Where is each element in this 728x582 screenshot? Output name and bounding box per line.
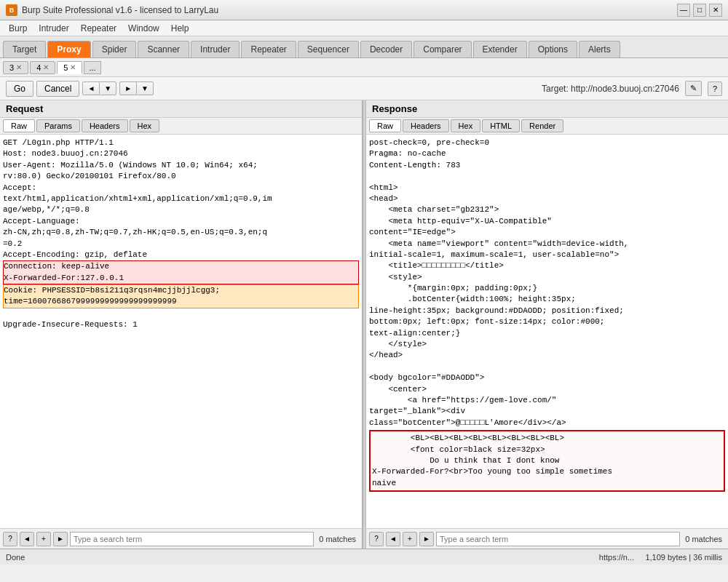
response-tabs: Raw Headers Hex HTML Render	[366, 118, 728, 135]
request-next-btn[interactable]: ►	[53, 532, 68, 546]
menu-window[interactable]: Window	[122, 22, 165, 35]
tab-repeater[interactable]: Repeater	[241, 41, 296, 57]
tab-comparer[interactable]: Comparer	[414, 41, 471, 57]
request-tab-headers[interactable]: Headers	[82, 119, 128, 132]
status-url: https://n...	[599, 553, 634, 562]
session-tab-4[interactable]: 4 ✕	[30, 61, 55, 74]
session-tab-more[interactable]: ...	[84, 61, 100, 74]
request-search-bar: ? ◄ + ► 0 matches	[0, 528, 362, 549]
request-tabs: Raw Params Headers Hex	[0, 118, 362, 135]
request-header: Request	[0, 100, 362, 118]
tab-spider[interactable]: Spider	[92, 41, 137, 57]
tab-alerts[interactable]: Alerts	[579, 41, 620, 57]
menu-intruder[interactable]: Intruder	[33, 22, 74, 35]
target-label: Target: http://node3.buuoj.cn:27046	[542, 84, 679, 94]
response-next-btn[interactable]: ►	[419, 532, 434, 546]
app-title: Burp Suite Professional v1.6 - licensed …	[22, 5, 218, 15]
title-bar: B Burp Suite Professional v1.6 - license…	[0, 0, 728, 20]
session-tabs: 3 ✕ 4 ✕ 5 ✕ ...	[0, 58, 728, 77]
request-tab-hex[interactable]: Hex	[130, 119, 160, 132]
request-search-input[interactable]	[70, 532, 314, 546]
session-tab-5[interactable]: 5 ✕	[57, 61, 82, 74]
response-tab-raw[interactable]: Raw	[369, 119, 401, 132]
response-help-btn[interactable]: ?	[369, 532, 384, 546]
response-tab-html[interactable]: HTML	[482, 119, 520, 132]
menu-repeater[interactable]: Repeater	[75, 22, 122, 35]
response-search-input[interactable]	[436, 532, 680, 546]
response-content[interactable]: post-check=0, pre-check=0 Pragma: no-cac…	[366, 135, 728, 528]
request-tab-raw[interactable]: Raw	[3, 119, 35, 132]
tab-extender[interactable]: Extender	[473, 41, 527, 57]
request-matches: 0 matches	[316, 535, 359, 543]
tab-target[interactable]: Target	[3, 41, 46, 57]
response-search-bar: ? ◄ + ► 0 matches	[366, 528, 728, 549]
app-icon: B	[6, 4, 17, 16]
cancel-button[interactable]: Cancel	[36, 81, 79, 97]
main-content: Request Raw Params Headers Hex GET /L0g1…	[0, 100, 728, 549]
status-info: https://n... 1,109 bytes | 36 millis	[599, 553, 722, 562]
response-panel: Response Raw Headers Hex HTML Render pos…	[366, 100, 728, 549]
tab-intruder[interactable]: Intruder	[191, 41, 240, 57]
session-tab-4-close[interactable]: ✕	[43, 63, 49, 71]
request-next-plus-btn[interactable]: +	[36, 532, 51, 546]
request-tab-params[interactable]: Params	[36, 119, 80, 132]
nav-back-dropdown[interactable]: ▼	[100, 82, 116, 95]
nav-back-button[interactable]: ◄	[83, 82, 100, 95]
nav-forward-group: ► ▼	[119, 81, 154, 95]
request-help-btn[interactable]: ?	[3, 532, 17, 546]
status-text: Done	[6, 553, 25, 562]
tab-options[interactable]: Options	[529, 41, 577, 57]
session-tab-3[interactable]: 3 ✕	[3, 61, 28, 74]
target-edit-button[interactable]: ✎	[685, 81, 702, 96]
response-header: Response	[366, 100, 728, 118]
menu-burp[interactable]: Burp	[3, 22, 33, 35]
tab-proxy[interactable]: Proxy	[47, 41, 90, 57]
request-content[interactable]: GET /L0g1n.php HTTP/1.1 Host: node3.buuo…	[0, 135, 362, 528]
response-matches: 0 matches	[682, 535, 725, 543]
response-next-plus-btn[interactable]: +	[403, 532, 417, 546]
menu-help[interactable]: Help	[165, 22, 195, 35]
target-help-button[interactable]: ?	[708, 81, 722, 96]
nav-forward-button[interactable]: ►	[120, 82, 137, 95]
main-tabs: Target Proxy Spider Scanner Intruder Rep…	[0, 36, 728, 58]
menu-bar: Burp Intruder Repeater Window Help	[0, 20, 728, 36]
status-bytes: 1,109 bytes | 36 millis	[645, 553, 722, 562]
tab-decoder[interactable]: Decoder	[360, 41, 412, 57]
response-tab-headers[interactable]: Headers	[403, 119, 449, 132]
tab-scanner[interactable]: Scanner	[138, 41, 189, 57]
nav-forward-dropdown[interactable]: ▼	[137, 82, 153, 95]
request-panel: Request Raw Params Headers Hex GET /L0g1…	[0, 100, 363, 549]
go-button[interactable]: Go	[6, 81, 33, 97]
minimize-button[interactable]: —	[677, 4, 690, 17]
response-prev-btn[interactable]: ◄	[386, 532, 400, 546]
toolbar: Go Cancel ◄ ▼ ► ▼ Target: http://node3.b…	[0, 77, 728, 100]
close-button[interactable]: ✕	[709, 4, 722, 17]
request-prev-btn[interactable]: ◄	[20, 532, 34, 546]
maximize-button[interactable]: □	[693, 4, 706, 17]
tab-sequencer[interactable]: Sequencer	[298, 41, 359, 57]
status-bar: Done https://n... 1,109 bytes | 36 milli…	[0, 549, 728, 565]
response-tab-hex[interactable]: Hex	[451, 119, 481, 132]
session-tab-5-close[interactable]: ✕	[70, 63, 76, 71]
nav-back-group: ◄ ▼	[82, 81, 116, 95]
window-controls[interactable]: — □ ✕	[677, 4, 722, 17]
session-tab-3-close[interactable]: ✕	[16, 63, 22, 71]
response-tab-render[interactable]: Render	[521, 119, 563, 132]
